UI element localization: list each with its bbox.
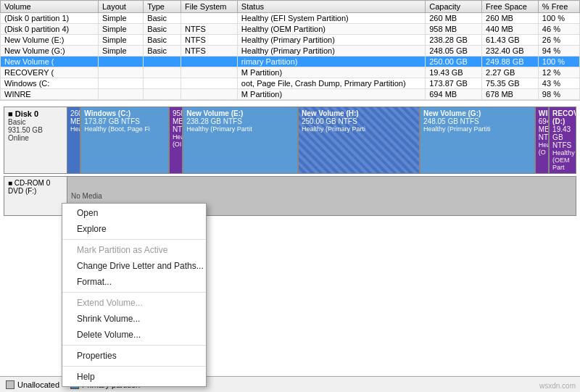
context-menu-item-mark-partition-as-active: Mark Partition as Active xyxy=(62,242,206,258)
cell-capacity: 958 MB xyxy=(426,24,482,35)
part-name: New Volume (H:) xyxy=(302,109,416,117)
legend-unallocated: Unallocated xyxy=(6,380,59,389)
context-menu-item-explore[interactable]: Explore xyxy=(62,221,206,237)
menu-separator xyxy=(62,366,206,367)
part-size: 694 MB NT xyxy=(539,117,545,141)
cell-pct: 46 % xyxy=(538,24,579,35)
context-menu-item-shrink-volume[interactable]: Shrink Volume... xyxy=(62,311,206,327)
cdrom0-media-status: No Media xyxy=(71,192,102,200)
cell-layout xyxy=(98,57,143,67)
cell-pct: 26 % xyxy=(538,35,579,46)
col-header-status[interactable]: Status xyxy=(237,1,425,13)
table-row[interactable]: New Volume (E:) Simple Basic NTFS Health… xyxy=(1,35,580,46)
part-status: Healthy (Primary Partiti xyxy=(423,125,531,133)
context-menu-item-properties[interactable]: Properties xyxy=(62,348,206,364)
cell-free: 678 MB xyxy=(482,89,539,100)
cell-free: 440 MB xyxy=(482,24,539,35)
table-row[interactable]: WINRE M Partition) 694 MB 678 MB 98 % xyxy=(1,89,580,100)
menu-separator xyxy=(62,239,206,240)
context-menu-item-open[interactable]: Open xyxy=(62,205,206,221)
cell-type xyxy=(144,78,181,89)
disk0-size: 931.50 GB xyxy=(8,126,63,134)
cell-capacity: 238.28 GB xyxy=(426,35,482,46)
disk0-type: Basic xyxy=(8,118,63,126)
partition-block[interactable]: New Volume (H:) 250.00 GB NTFS Healthy (… xyxy=(299,107,420,173)
cell-fs: NTFS xyxy=(181,35,238,46)
table-row[interactable]: New Volume ( rimary Partition) 250.00 GB… xyxy=(1,57,580,67)
partition-block[interactable]: 958 MB NTI Healthy (OI xyxy=(170,107,183,173)
cell-volume: Windows (C: xyxy=(1,78,99,89)
part-name: WINRE xyxy=(539,109,545,117)
part-status: Healthy xyxy=(70,125,77,133)
col-header-free[interactable]: Free Space xyxy=(482,1,539,13)
legend-unalloc-box xyxy=(6,380,14,389)
context-menu-item-help[interactable]: Help xyxy=(62,369,206,385)
cell-fs xyxy=(181,78,238,89)
part-status: Healthy (OI xyxy=(173,133,179,148)
disk0-partitions: 260 MB Healthy Windows (C:) 173.87 GB NT… xyxy=(67,107,576,174)
part-size: 248.05 GB NTFS xyxy=(423,117,531,125)
col-header-type[interactable]: Type xyxy=(144,1,181,13)
partition-block[interactable]: Windows (C:) 173.87 GB NTFS Healthy (Boo… xyxy=(81,107,170,173)
table-row[interactable]: Windows (C: oot, Page File, Crash Dump, … xyxy=(1,78,580,89)
cell-fs: NTFS xyxy=(181,46,238,57)
part-status: Healthy (Boot, Page Fi xyxy=(84,125,165,133)
cell-volume: New Volume ( xyxy=(1,57,99,67)
part-size: 260 MB xyxy=(70,109,77,125)
col-header-volume[interactable]: Volume xyxy=(1,1,99,13)
cell-volume: RECOVERY ( xyxy=(1,67,99,78)
partition-block[interactable]: New Volume (E:) 238.28 GB NTFS Healthy (… xyxy=(183,107,299,173)
cell-pct: 100 % xyxy=(538,13,579,24)
table-row[interactable]: New Volume (G:) Simple Basic NTFS Health… xyxy=(1,46,580,57)
cell-fs xyxy=(181,13,238,24)
part-size: 250.00 GB NTFS xyxy=(302,117,416,125)
menu-separator xyxy=(62,345,206,346)
col-header-fs[interactable]: File System xyxy=(181,1,238,13)
cdrom0-icon: ■ CD-ROM 0 xyxy=(8,179,63,187)
cell-fs xyxy=(181,57,238,67)
cell-type xyxy=(144,89,181,100)
partition-table-area: Volume Layout Type File System Status Ca… xyxy=(0,0,580,101)
cell-pct: 12 % xyxy=(538,67,579,78)
context-menu-item-format[interactable]: Format... xyxy=(62,274,206,290)
cell-free: 232.40 GB xyxy=(482,46,539,57)
cell-status: M Partition) xyxy=(237,67,425,78)
cell-status: Healthy (Primary Partition) xyxy=(237,35,425,46)
cell-capacity: 250.00 GB xyxy=(426,57,482,67)
menu-separator xyxy=(62,292,206,293)
col-header-capacity[interactable]: Capacity xyxy=(426,1,482,13)
col-header-layout[interactable]: Layout xyxy=(98,1,143,13)
cell-layout xyxy=(98,78,143,89)
cell-capacity: 173.87 GB xyxy=(426,78,482,89)
table-row[interactable]: (Disk 0 partition 1) Simple Basic Health… xyxy=(1,13,580,24)
cell-capacity: 19.43 GB xyxy=(426,67,482,78)
partition-block[interactable]: RECOVERY (D:) 19.43 GB NTFS Healthy (OEM… xyxy=(550,107,576,173)
cell-free: 75.35 GB xyxy=(482,78,539,89)
cell-volume: New Volume (G:) xyxy=(1,46,99,57)
col-header-pct[interactable]: % Free xyxy=(538,1,579,13)
cell-type xyxy=(144,67,181,78)
disk0-label: ■ Disk 0 Basic 931.50 GB Online xyxy=(4,107,67,174)
context-menu-item-delete-volume[interactable]: Delete Volume... xyxy=(62,327,206,343)
cell-pct: 43 % xyxy=(538,78,579,89)
cell-status: Healthy (EFI System Partition) xyxy=(237,13,425,24)
cell-type: Basic xyxy=(144,24,181,35)
context-menu: OpenExploreMark Partition as ActiveChang… xyxy=(62,203,207,387)
partition-block[interactable]: New Volume (G:) 248.05 GB NTFS Healthy (… xyxy=(420,107,536,173)
part-status: Healthy (O xyxy=(539,141,545,156)
cdrom0-drive: DVD (F:) xyxy=(8,187,63,195)
table-row[interactable]: (Disk 0 partition 4) Simple Basic NTFS H… xyxy=(1,24,580,35)
cell-free: 61.43 GB xyxy=(482,35,539,46)
cell-layout: Simple xyxy=(98,13,143,24)
table-row[interactable]: RECOVERY ( M Partition) 19.43 GB 2.27 GB… xyxy=(1,67,580,78)
part-size: 19.43 GB NTFS xyxy=(552,125,573,149)
cell-layout xyxy=(98,67,143,78)
cell-fs xyxy=(181,89,238,100)
context-menu-item-change-drive-letter-and-paths[interactable]: Change Drive Letter and Paths... xyxy=(62,258,206,274)
partition-block[interactable]: WINRE 694 MB NT Healthy (O xyxy=(536,107,550,173)
partition-block[interactable]: 260 MB Healthy xyxy=(67,107,81,173)
cell-type: Basic xyxy=(144,35,181,46)
cell-free: 249.88 GB xyxy=(482,57,539,67)
disk0-name: ■ Disk 0 xyxy=(8,109,63,118)
cell-volume: (Disk 0 partition 1) xyxy=(1,13,99,24)
